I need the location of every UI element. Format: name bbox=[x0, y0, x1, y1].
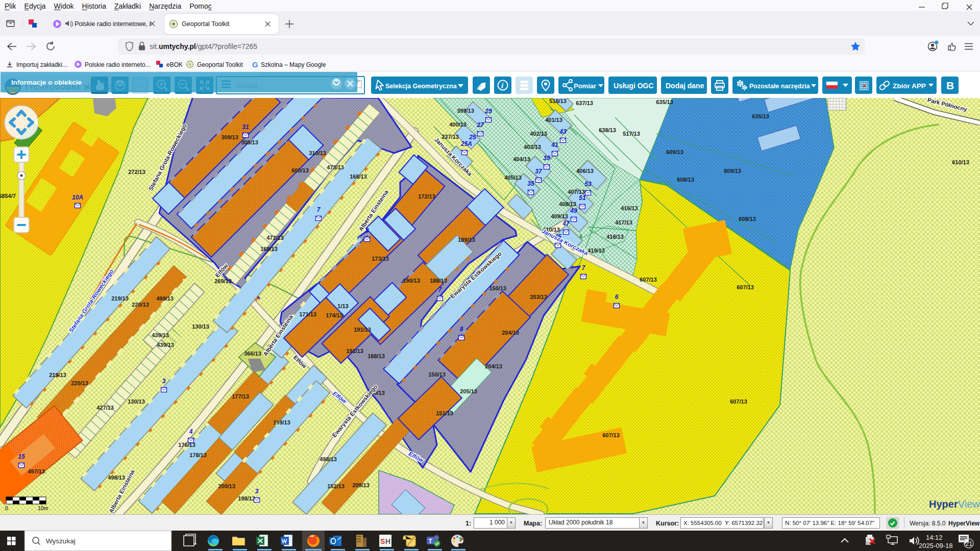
svg-text:308/13: 308/13 bbox=[241, 139, 258, 145]
svg-text:1/13: 1/13 bbox=[337, 303, 348, 309]
svg-text:610/13: 610/13 bbox=[952, 159, 969, 165]
svg-text:B: B bbox=[946, 80, 954, 91]
svg-text:51: 51 bbox=[579, 194, 586, 202]
svg-text:Polskie radio interneto...: Polskie radio interneto... bbox=[85, 61, 151, 68]
svg-text:130/13: 130/13 bbox=[192, 323, 209, 330]
svg-text:Pomiar: Pomiar bbox=[574, 82, 596, 90]
svg-text:209/13: 209/13 bbox=[352, 482, 370, 488]
svg-text:37: 37 bbox=[535, 168, 543, 175]
svg-text:177/13: 177/13 bbox=[232, 393, 249, 399]
svg-text:8: 8 bbox=[365, 227, 369, 234]
svg-text:609/13: 609/13 bbox=[724, 168, 741, 174]
svg-text:607/13: 607/13 bbox=[737, 284, 754, 290]
svg-text:Importuj zakładki...: Importuj zakładki... bbox=[16, 61, 67, 68]
svg-text:41: 41 bbox=[551, 141, 558, 148]
svg-text:172/13: 172/13 bbox=[418, 193, 435, 199]
svg-text:sit.umtychy.pl/gpt4/?profile=7: sit.umtychy.pl/gpt4/?profile=7265 bbox=[150, 42, 257, 51]
svg-text:27: 27 bbox=[476, 121, 484, 129]
svg-text:31: 31 bbox=[242, 123, 249, 131]
svg-text:150/13: 150/13 bbox=[428, 371, 446, 378]
svg-text:635/13: 635/13 bbox=[752, 113, 769, 119]
svg-text:3: 3 bbox=[162, 378, 166, 385]
svg-text:H: H bbox=[385, 537, 390, 545]
svg-text:401/13: 401/13 bbox=[545, 117, 562, 123]
svg-text:0: 0 bbox=[5, 505, 8, 511]
svg-text:204/13: 204/13 bbox=[485, 363, 502, 369]
svg-text:14:12: 14:12 bbox=[926, 534, 943, 541]
svg-text:607/13: 607/13 bbox=[730, 398, 747, 405]
svg-text:472/13: 472/13 bbox=[266, 235, 284, 241]
svg-text:439/13: 439/13 bbox=[157, 342, 174, 348]
svg-text:Informacje o obiekcie: Informacje o obiekcie bbox=[11, 79, 82, 86]
svg-text:Usługi OGC: Usługi OGC bbox=[614, 82, 654, 90]
svg-text:10m: 10m bbox=[38, 505, 48, 511]
svg-text:498/13: 498/13 bbox=[156, 295, 174, 302]
svg-text:406/13: 406/13 bbox=[576, 168, 594, 174]
svg-text:517/13: 517/13 bbox=[623, 131, 640, 137]
svg-text:29: 29 bbox=[484, 108, 492, 115]
svg-text:366/13: 366/13 bbox=[244, 350, 261, 357]
svg-text:498/13: 498/13 bbox=[320, 456, 337, 462]
svg-text:10A: 10A bbox=[72, 194, 83, 201]
svg-text:Pozostałe narzędzia: Pozostałe narzędzia bbox=[749, 83, 811, 90]
svg-text:609/13: 609/13 bbox=[666, 149, 683, 155]
svg-text:205/13: 205/13 bbox=[460, 388, 477, 394]
svg-text:608/13: 608/13 bbox=[739, 216, 756, 222]
svg-text:168/13: 168/13 bbox=[350, 173, 367, 180]
svg-text:Selekcja Geometryczna: Selekcja Geometryczna bbox=[385, 83, 457, 90]
svg-text:608/13: 608/13 bbox=[677, 177, 694, 183]
svg-text:Dodaj dane: Dodaj dane bbox=[666, 82, 704, 90]
svg-text:Szkolna – Mapy Google: Szkolna – Mapy Google bbox=[261, 61, 326, 68]
svg-text:269/13: 269/13 bbox=[214, 278, 232, 284]
svg-text:174/13: 174/13 bbox=[326, 312, 343, 318]
svg-text:237/13: 237/13 bbox=[442, 134, 459, 140]
svg-text:417/13: 417/13 bbox=[615, 219, 632, 226]
svg-text:4: 4 bbox=[189, 428, 193, 435]
svg-text:171/13: 171/13 bbox=[299, 311, 316, 317]
svg-text:49: 49 bbox=[570, 207, 577, 214]
svg-text:Zbiór APP: Zbiór APP bbox=[893, 82, 926, 90]
svg-text:409/13: 409/13 bbox=[551, 213, 568, 219]
svg-text:199/13: 199/13 bbox=[273, 419, 290, 425]
svg-text:220/13: 220/13 bbox=[132, 302, 149, 308]
svg-text:418/13: 418/13 bbox=[606, 234, 624, 240]
svg-text:637/13: 637/13 bbox=[576, 100, 593, 106]
svg-text:6: 6 bbox=[615, 293, 619, 300]
svg-text:607/13: 607/13 bbox=[640, 277, 657, 283]
svg-text:473/13: 473/13 bbox=[327, 164, 344, 170]
svg-text:eBOK: eBOK bbox=[166, 61, 183, 68]
svg-text:191/13: 191/13 bbox=[354, 327, 371, 333]
svg-text:405/13: 405/13 bbox=[504, 174, 522, 181]
svg-text:Polskie radio internetowe, r: Polskie radio internetowe, r bbox=[75, 20, 152, 28]
svg-text:403/13: 403/13 bbox=[524, 144, 541, 150]
svg-text:G: G bbox=[252, 60, 258, 69]
svg-text:404/13: 404/13 bbox=[513, 156, 530, 162]
svg-text:190/13: 190/13 bbox=[403, 278, 420, 284]
svg-text:25A: 25A bbox=[460, 140, 472, 147]
svg-text:638/13: 638/13 bbox=[599, 127, 616, 133]
svg-text:5854/7: 5854/7 bbox=[0, 193, 16, 199]
svg-text:35: 35 bbox=[527, 180, 534, 187]
svg-text:Wyszukaj: Wyszukaj bbox=[46, 537, 76, 545]
svg-text:191/13: 191/13 bbox=[346, 348, 363, 354]
svg-text:188/13: 188/13 bbox=[430, 278, 447, 284]
svg-text:439/13: 439/13 bbox=[152, 332, 169, 338]
svg-text:219/13: 219/13 bbox=[111, 295, 129, 302]
svg-text:399/13: 399/13 bbox=[457, 108, 474, 114]
svg-text:173/13: 173/13 bbox=[372, 256, 389, 262]
svg-text:168/13: 168/13 bbox=[260, 246, 278, 252]
svg-text:47: 47 bbox=[562, 220, 570, 227]
svg-text:HyperView: HyperView bbox=[929, 498, 980, 510]
svg-text:402/13: 402/13 bbox=[530, 131, 547, 137]
svg-text:3: 3 bbox=[255, 488, 259, 495]
svg-text:607/13: 607/13 bbox=[602, 432, 620, 438]
svg-text:635/13: 635/13 bbox=[656, 99, 673, 105]
svg-text:2025-09-18: 2025-09-18 bbox=[919, 542, 953, 549]
svg-text:309/13: 309/13 bbox=[221, 134, 238, 140]
svg-text:408/13: 408/13 bbox=[559, 201, 576, 207]
svg-text:220/13: 220/13 bbox=[71, 380, 88, 386]
svg-text:39: 39 bbox=[543, 155, 550, 162]
svg-text:25: 25 bbox=[469, 134, 476, 141]
svg-text:189/13: 189/13 bbox=[458, 237, 475, 243]
svg-text:427/13: 427/13 bbox=[96, 405, 114, 411]
